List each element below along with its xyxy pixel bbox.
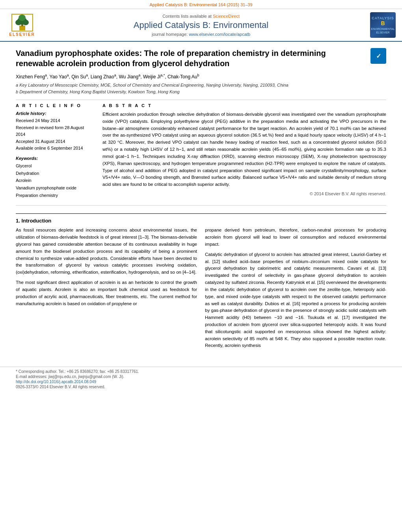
introduction-section: 1. Introduction As fossil resources depl… [16, 213, 386, 352]
history-accepted: Accepted 31 August 2014 [16, 138, 95, 145]
footer-corresponding: * Corresponding author. Tel.: +86 25 836… [16, 369, 386, 374]
keywords-label: Keywords: [16, 156, 95, 161]
svg-point-5 [19, 15, 26, 21]
journal-homepage: journal homepage: www.elsevier.com/locat… [38, 32, 364, 37]
abstract-heading: A B S T R A C T [102, 103, 386, 108]
article-content: Vanadium pyrophosphate oxides: The role … [0, 42, 402, 359]
keyword-dehydration: Dehydration [16, 170, 95, 177]
crossmark-icon: ✓ [370, 48, 386, 64]
history-available: Available online 6 September 2014 [16, 145, 95, 152]
author-yao: Yao Yao [50, 74, 67, 80]
author-weijie: Weijie Ji [143, 74, 160, 80]
keyword-prep: Preparation chemistry [16, 192, 95, 199]
page-footer: * Corresponding author. Tel.: +86 25 836… [0, 367, 402, 392]
intro-title: 1. Introduction [16, 218, 386, 224]
article-info-abstract: A R T I C L E I N F O Article history: R… [16, 103, 386, 199]
affiliation-a: a Key Laboratory of Mesoscopic Chemistry… [16, 82, 386, 89]
author-xinzhen: Xinzhen Feng [16, 74, 45, 80]
history-revised: Received in revised form 28 August 2014 [16, 124, 95, 138]
abstract-col: A B S T R A C T Efficient acrolein produ… [102, 103, 386, 199]
homepage-url[interactable]: www.elsevier.com/locate/apcatb [189, 32, 250, 37]
history-received: Received 24 May 2014 [16, 117, 95, 124]
journal-name-top: Applied Catalysis B: Environmental 164 (… [0, 2, 402, 7]
journal-title-main: Applied Catalysis B: Environmental [38, 20, 364, 30]
article-info-col: A R T I C L E I N F O Article history: R… [16, 103, 95, 199]
catalysis-b-label: B [381, 20, 385, 26]
keyword-vpo: Vanadium pyrophosphate oxide [16, 184, 95, 192]
article-history-label: Article history: [16, 111, 95, 116]
intro-col-left: As fossil resources deplete and increasi… [16, 227, 197, 352]
elsevier-text: ELSEVIER [9, 32, 35, 37]
intro-body: As fossil resources deplete and increasi… [16, 227, 386, 352]
intro-col-right: propane derived from petroleum, therefor… [205, 227, 386, 352]
article-title: Vanadium pyrophosphate oxides: The role … [16, 48, 366, 69]
intro-para-3: propane derived from petroleum, therefor… [205, 227, 386, 248]
author-wu: Wu Jiang [119, 74, 138, 80]
author-liang: Liang Zhao [91, 74, 114, 80]
authors: Xinzhen Fenga, Yao Yaoa, Qin Sua, Liang … [16, 73, 386, 80]
article-info-heading: A R T I C L E I N F O [16, 103, 95, 108]
elsevier-tree-icon [11, 14, 33, 32]
crossmark-logo: ✓ [370, 48, 386, 64]
journal-header-center: Contents lists available at ScienceDirec… [38, 14, 364, 37]
catalysis-logo: CATALYSIS B ENVIRONMENTAL ELSEVIER [364, 12, 396, 38]
catalysis-logo-box: CATALYSIS B ENVIRONMENTAL ELSEVIER [370, 12, 396, 38]
svg-text:✓: ✓ [376, 53, 381, 59]
intro-para-1: As fossil resources deplete and increasi… [16, 227, 197, 276]
divider [16, 100, 386, 100]
sciencedirect-link[interactable]: ScienceDirect [213, 14, 240, 19]
divider2 [16, 205, 386, 206]
footer-issn: 0926-3373/© 2014 Elsevier B.V. All right… [16, 385, 386, 389]
contents-line: Contents lists available at ScienceDirec… [38, 14, 364, 19]
abstract-text: Efficient acrolein production through se… [102, 111, 386, 188]
affiliations: a Key Laboratory of Mesoscopic Chemistry… [16, 82, 386, 95]
footer-emails: E-mail addresses: jiwj@nju.edu.cn, jiwjn… [16, 374, 386, 379]
author-chak: Chak-Tong Au [168, 74, 197, 80]
keyword-glycerol: Glycerol [16, 162, 95, 170]
journal-header: ELSEVIER Contents lists available at Sci… [0, 9, 402, 42]
affiliation-b: b Department of Chemistry, Hong Kong Bap… [16, 89, 386, 95]
elsevier-logo: ELSEVIER [6, 14, 38, 37]
author-qin: Qin Su [71, 74, 86, 80]
article-title-section: Vanadium pyrophosphate oxides: The role … [16, 48, 386, 69]
intro-para-4: Catalytic dehydration of glycerol to acr… [205, 251, 386, 349]
copyright-line: © 2014 Elsevier B.V. All rights reserved… [102, 191, 386, 196]
intro-para-2: The most significant direct application … [16, 279, 197, 307]
journal-top-bar: Applied Catalysis B: Environmental 164 (… [0, 0, 402, 9]
footer-doi[interactable]: http://dx.doi.org/10.1016/j.apcatb.2014.… [16, 380, 386, 384]
keyword-acrolein: Acrolein [16, 177, 95, 184]
